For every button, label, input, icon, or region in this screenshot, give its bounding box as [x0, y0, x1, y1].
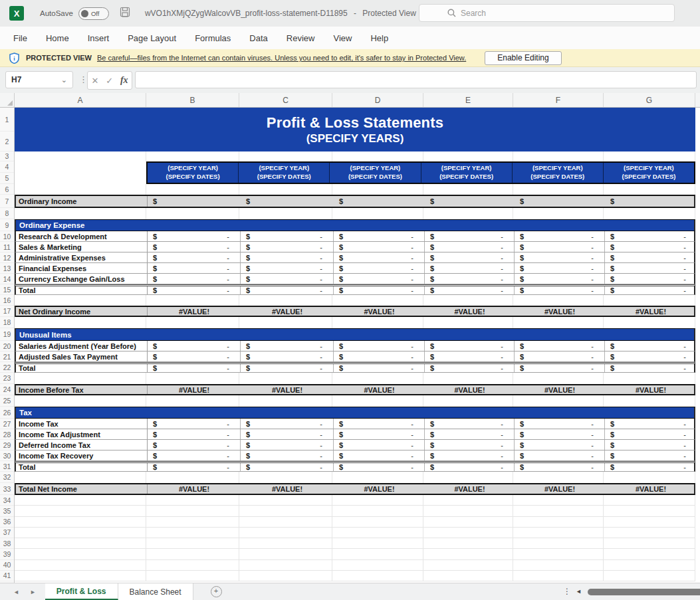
- cell[interactable]: $-: [605, 242, 697, 252]
- row-number-27[interactable]: 27: [0, 419, 14, 429]
- cell[interactable]: $-: [148, 252, 241, 262]
- row-number-28[interactable]: 28: [0, 429, 14, 440]
- cell[interactable]: #VALUE!: [148, 484, 241, 494]
- banner-message-link[interactable]: Be careful—files from the Internet can c…: [97, 54, 466, 62]
- empty-cell[interactable]: [513, 373, 604, 384]
- empty-cell[interactable]: [239, 317, 332, 328]
- row-number-6[interactable]: 6: [0, 184, 14, 195]
- empty-cell[interactable]: [146, 151, 239, 161]
- empty-cell[interactable]: [423, 395, 513, 407]
- ribbon-tab-view[interactable]: View: [324, 27, 361, 49]
- empty-cell[interactable]: [332, 560, 423, 570]
- cell[interactable]: $-: [241, 341, 334, 351]
- empty-cell[interactable]: [239, 538, 332, 548]
- autosave-toggle[interactable]: Off: [78, 7, 109, 20]
- grid-row-25[interactable]: [15, 395, 695, 407]
- empty-cell[interactable]: [423, 495, 513, 505]
- empty-cell[interactable]: [146, 538, 239, 548]
- cell[interactable]: $-: [515, 450, 605, 460]
- empty-cell[interactable]: [15, 528, 146, 538]
- column-header-E[interactable]: E: [423, 93, 513, 107]
- grid-row-20[interactable]: Salaries Adjustment (Year Before)$-$-$-$…: [15, 341, 695, 351]
- grid-row-11[interactable]: Sales & Marketing$-$-$-$-$-$-: [15, 242, 695, 252]
- grid-row-32[interactable]: [15, 472, 695, 483]
- cell[interactable]: $-: [334, 274, 425, 284]
- grid-row-18[interactable]: [15, 317, 695, 328]
- cell[interactable]: $-: [425, 231, 515, 241]
- cell[interactable]: #VALUE!: [515, 484, 605, 494]
- grid-row-14[interactable]: Currency Exchange Gain/Loss$-$-$-$-$-$-: [15, 274, 695, 284]
- empty-cell[interactable]: [604, 151, 695, 161]
- cell[interactable]: #VALUE!: [334, 385, 425, 394]
- horizontal-scrollbar[interactable]: [588, 589, 700, 595]
- cell[interactable]: $-: [515, 429, 605, 439]
- grid-row-33[interactable]: Total Net Income#VALUE!#VALUE!#VALUE!#VA…: [15, 483, 695, 495]
- ribbon-tab-home[interactable]: Home: [37, 27, 78, 49]
- cell[interactable]: $-: [605, 351, 697, 361]
- cell[interactable]: $-: [605, 252, 697, 262]
- cell[interactable]: $-: [241, 429, 334, 439]
- empty-cell[interactable]: [423, 184, 513, 195]
- cell[interactable]: $-: [605, 286, 697, 294]
- cell[interactable]: #VALUE!: [241, 307, 334, 316]
- empty-cell[interactable]: [423, 549, 513, 559]
- empty-cell[interactable]: [239, 373, 332, 384]
- empty-cell[interactable]: [15, 472, 146, 483]
- cell[interactable]: #VALUE!: [605, 484, 697, 494]
- cell[interactable]: $-: [605, 364, 697, 372]
- ribbon-tab-page-layout[interactable]: Page Layout: [118, 27, 185, 49]
- empty-cell[interactable]: [513, 517, 604, 527]
- cell[interactable]: $-: [515, 341, 605, 351]
- sheet-nav-right-icon[interactable]: ►: [30, 589, 36, 595]
- row-number-40[interactable]: 40: [0, 560, 14, 571]
- row-number-20[interactable]: 20: [0, 341, 14, 351]
- empty-cell[interactable]: [239, 151, 332, 161]
- cell[interactable]: $-: [241, 419, 334, 429]
- sheet-tab-balance-sheet[interactable]: Balance Sheet: [118, 583, 193, 600]
- cell[interactable]: $-: [334, 440, 425, 450]
- cell[interactable]: $-: [241, 450, 334, 460]
- empty-cell[interactable]: [332, 517, 423, 527]
- cell[interactable]: $-: [605, 429, 697, 439]
- cell[interactable]: $-: [148, 263, 241, 273]
- cell[interactable]: $-: [515, 252, 605, 262]
- empty-cell[interactable]: [604, 184, 695, 195]
- sheet-tab-profit-loss[interactable]: Profit & Loss: [45, 583, 118, 600]
- empty-cell[interactable]: [604, 571, 695, 581]
- empty-cell[interactable]: [332, 538, 423, 548]
- ribbon-tab-insert[interactable]: Insert: [78, 27, 119, 49]
- formula-input[interactable]: [135, 71, 697, 88]
- cell[interactable]: $-: [334, 252, 425, 262]
- cell[interactable]: $-: [605, 263, 697, 273]
- grid-row-37[interactable]: [15, 528, 695, 538]
- empty-cell[interactable]: [513, 472, 604, 483]
- name-box[interactable]: H7 ⌄: [5, 71, 73, 88]
- empty-cell[interactable]: [146, 395, 239, 407]
- empty-cell[interactable]: [15, 208, 146, 219]
- cell[interactable]: $-: [515, 419, 605, 429]
- empty-cell[interactable]: [239, 295, 332, 306]
- cell[interactable]: $-: [334, 463, 425, 471]
- empty-cell[interactable]: [332, 395, 423, 407]
- grid-row-34[interactable]: [15, 495, 695, 506]
- row-number-35[interactable]: 35: [0, 506, 14, 516]
- empty-cell[interactable]: [604, 549, 695, 559]
- cell[interactable]: $-: [425, 242, 515, 252]
- cell[interactable]: $-: [334, 351, 425, 361]
- empty-cell[interactable]: [513, 506, 604, 516]
- cell[interactable]: $-: [334, 263, 425, 273]
- empty-cell[interactable]: [15, 549, 146, 559]
- empty-cell[interactable]: [604, 472, 695, 483]
- row-number-37[interactable]: 37: [0, 528, 14, 538]
- empty-cell[interactable]: [423, 538, 513, 548]
- grid-row-1[interactable]: Profit & Loss Statements(SPECIFY YEARS): [15, 108, 695, 151]
- cell[interactable]: $-: [241, 351, 334, 361]
- cell[interactable]: $-: [334, 242, 425, 252]
- cell[interactable]: $-: [425, 463, 515, 471]
- cell[interactable]: $-: [605, 440, 697, 450]
- cell[interactable]: $-: [334, 364, 425, 372]
- empty-cell[interactable]: [146, 317, 239, 328]
- cell[interactable]: $-: [515, 242, 605, 252]
- grid-row-38[interactable]: [15, 538, 695, 549]
- grid-row-41[interactable]: [15, 571, 695, 581]
